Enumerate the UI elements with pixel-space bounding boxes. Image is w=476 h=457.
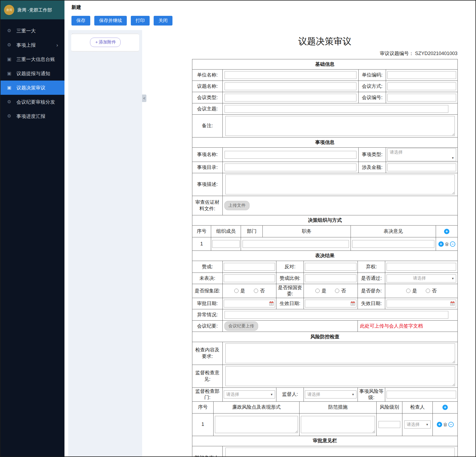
abnormal-input[interactable] xyxy=(225,311,448,319)
matter-desc-textarea[interactable] xyxy=(225,175,455,194)
row-risk-level-input[interactable] xyxy=(378,421,401,428)
passed-select[interactable]: 请选择▼ xyxy=(387,274,456,282)
report-group-yes[interactable]: 是 xyxy=(234,288,245,294)
radio-yes[interactable] xyxy=(234,289,239,293)
expire-date-input[interactable] xyxy=(387,300,456,307)
radio-no[interactable] xyxy=(426,289,430,293)
abnormal-cell xyxy=(223,309,458,320)
radio-yes[interactable] xyxy=(406,289,410,293)
add-attachment-button[interactable]: ＋添加附件 xyxy=(90,38,121,47)
report-group-no[interactable]: 否 xyxy=(254,288,265,294)
matter-info-table: 事项信息 事项名称: 事项类型: 请选择▼ 事项目录: 涉及金额: xyxy=(192,137,458,215)
passed-label: 是否通过: xyxy=(358,273,385,284)
chevron-down-icon: ▼ xyxy=(426,423,429,426)
topic-name-cell xyxy=(223,81,359,92)
vote-result-table: 表决结果 赞成: 反对: 弃权: 未表决: 赞成比例: 是否 xyxy=(192,251,458,332)
remark-textarea[interactable] xyxy=(225,116,455,136)
approval-date-input[interactable] xyxy=(224,300,275,307)
dept-position-input[interactable] xyxy=(243,240,349,248)
radio-no-label: 否 xyxy=(432,288,437,294)
oppose-count-input[interactable] xyxy=(305,263,356,271)
sidebar-item-shixiang-shangbao[interactable]: ⚙ 事项上报 › xyxy=(1,38,64,52)
remove-row-icon[interactable]: − xyxy=(448,422,454,427)
matter-name-input[interactable] xyxy=(225,151,357,159)
sidebar-item-huiyi-jiyao[interactable]: ⚙ 会议纪要审核分发 xyxy=(1,95,64,109)
supervisor-cell: 请选择▼ xyxy=(304,387,358,401)
radio-yes-label: 是 xyxy=(322,288,326,294)
meeting-no-label: 会议编号: xyxy=(359,92,386,103)
supervise-opinion-textarea[interactable] xyxy=(225,366,455,386)
sidebar-item-yiti-tibao[interactable]: ▣ 议题提报与通知 xyxy=(1,66,64,81)
section-header-decision: 决策组织与方式 xyxy=(192,215,458,226)
meeting-no-input[interactable] xyxy=(387,94,456,101)
prevention-textarea[interactable] xyxy=(301,416,375,433)
radio-no-label: 否 xyxy=(341,288,346,294)
check-content-textarea[interactable] xyxy=(225,343,455,363)
supervise-yes[interactable]: 是 xyxy=(406,288,417,294)
upload-evidence-button[interactable]: 上传文件 xyxy=(224,201,250,210)
sidebar-item-yiti-juece-shenyi[interactable]: ▣ 议题决策审议 xyxy=(1,81,64,95)
add-row-icon[interactable]: + xyxy=(437,422,442,427)
add-row-icon[interactable]: + xyxy=(442,405,448,410)
approve-ratio-input[interactable] xyxy=(305,274,356,282)
risk-add-cell: + xyxy=(433,401,458,413)
meeting-subject-cell xyxy=(223,103,458,115)
radio-no[interactable] xyxy=(254,289,258,293)
vote-opinion-input[interactable] xyxy=(352,240,434,248)
effective-date-input[interactable] xyxy=(305,300,356,307)
abstain-count-input[interactable] xyxy=(387,263,456,271)
add-row-icon[interactable]: + xyxy=(444,229,449,234)
report-sasac-no[interactable]: 否 xyxy=(335,288,346,294)
dept-head-textarea[interactable] xyxy=(225,448,455,456)
delete-row-icon[interactable] xyxy=(443,422,448,427)
minutes-note-cell: 此处可上传与会人员签字文档 xyxy=(358,320,458,332)
meeting-subject-input[interactable] xyxy=(225,105,448,113)
supervise-dept-select[interactable]: 请选择▼ xyxy=(224,390,275,398)
radio-no[interactable] xyxy=(335,289,339,293)
abstain-cell xyxy=(385,261,458,273)
calendar-icon[interactable] xyxy=(450,301,455,306)
sidebar-item-xinxi-taizhang[interactable]: ▣ 三重一大信息台账 xyxy=(1,52,64,66)
topic-name-input[interactable] xyxy=(225,82,357,90)
attachment-card: ＋添加附件 xyxy=(71,34,139,52)
delete-row-icon[interactable] xyxy=(445,242,449,246)
radio-yes-label: 是 xyxy=(240,288,245,294)
risk-detail-table: 序号 廉政风险点及表现形式 防范措施 风险级别 检查人 + 1 请选择▼ xyxy=(192,401,458,436)
prevention-cell xyxy=(300,413,377,436)
matter-type-select[interactable]: 请选择▼ xyxy=(387,148,456,161)
basic-info-table: 基础信息 单位名称: 单位编码: 议题名称: 会议方式: 会议类型 xyxy=(192,59,458,137)
add-row-icon[interactable]: + xyxy=(438,241,444,247)
matter-type-select-value: 请选择 xyxy=(390,150,403,155)
remark-label: 备注: xyxy=(192,115,223,137)
meeting-mode-input[interactable] xyxy=(387,82,456,90)
collapse-panel-icon[interactable]: < xyxy=(142,95,146,102)
sidebar-item-shixiang-jindu[interactable]: ⚙ 事项进度汇报 xyxy=(1,109,64,123)
checker-select[interactable]: 请选择▼ xyxy=(404,420,431,429)
minutes-upload-button[interactable]: 会议纪要上传 xyxy=(224,321,258,331)
member-input[interactable] xyxy=(212,240,240,248)
unit-name-input[interactable] xyxy=(225,71,357,79)
risk-point-textarea[interactable] xyxy=(215,416,298,433)
calendar-icon[interactable] xyxy=(269,301,274,306)
not-voted-count-input[interactable] xyxy=(224,274,275,282)
unit-code-input[interactable] xyxy=(387,71,456,79)
supervisor-select[interactable]: 请选择▼ xyxy=(305,390,356,398)
close-button[interactable]: 关闭 xyxy=(154,16,172,26)
risk-level-input[interactable] xyxy=(387,391,456,398)
matter-catalog-input[interactable] xyxy=(225,164,357,171)
save-and-continue-button[interactable]: 保存并继续 xyxy=(94,16,127,26)
supervise-no[interactable]: 否 xyxy=(426,288,437,294)
calendar-icon[interactable] xyxy=(351,301,355,306)
remove-row-icon[interactable]: − xyxy=(450,241,455,247)
report-sasac-yes[interactable]: 是 xyxy=(315,288,326,294)
amount-input[interactable] xyxy=(387,164,456,171)
sidebar-item-sanzhongyida[interactable]: ⚙ 三重一大 xyxy=(1,24,64,38)
print-button[interactable]: 打印 xyxy=(131,16,150,26)
report-group-label: 是否报集团: xyxy=(192,284,223,298)
radio-yes[interactable] xyxy=(315,289,320,293)
save-button[interactable]: 保存 xyxy=(71,16,90,26)
supervise-cell: 是 否 xyxy=(385,284,458,298)
approve-count-input[interactable] xyxy=(224,263,275,271)
meeting-type-input[interactable] xyxy=(225,94,357,101)
row-risk-level-cell xyxy=(377,413,402,436)
